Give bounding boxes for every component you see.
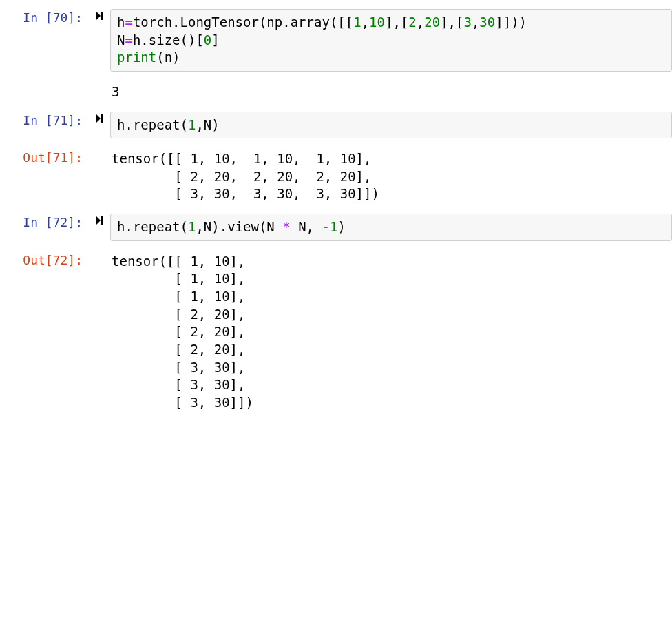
code-token: torch.LongTensor(np.array([[: [133, 14, 353, 30]
code-token: ,: [417, 14, 424, 30]
code-token: h.repeat(: [117, 117, 188, 132]
svg-rect-1: [101, 114, 103, 123]
code-input[interactable]: h=torch.LongTensor(np.array([[1,10],[2,2…: [110, 9, 672, 72]
notebook-cell: 3: [0, 79, 672, 101]
run-column: [90, 6, 110, 21]
code-token: ,N).view(N: [196, 219, 282, 234]
code-token: ],[: [385, 14, 408, 30]
code-token: ,: [361, 14, 369, 30]
code-token: h.size()[: [133, 32, 204, 48]
cell-content: tensor([[ 1, 10], [ 1, 10], [ 1, 10], [ …: [110, 248, 672, 412]
run-column: [90, 79, 110, 83]
code-token: 2: [408, 14, 416, 30]
code-input[interactable]: h.repeat(1,N): [110, 112, 672, 139]
notebook-cells: In [70]:h=torch.LongTensor(np.array([[1,…: [0, 6, 672, 412]
execute-result: tensor([[ 1, 10, 1, 10, 1, 10], [ 2, 20,…: [110, 149, 672, 203]
notebook-cell: In [71]:h.repeat(1,N): [0, 108, 672, 139]
code-token: 3: [463, 14, 471, 30]
code-token: N,: [291, 219, 322, 234]
code-token: =: [125, 14, 132, 30]
code-token: ): [337, 219, 345, 234]
cell-content: h.repeat(1,N): [110, 108, 672, 139]
blank-prompt: [0, 79, 90, 83]
code-token: 1: [330, 219, 337, 234]
code-token: 20: [424, 14, 440, 30]
notebook-cell: In [70]:h=torch.LongTensor(np.array([[1,…: [0, 6, 672, 72]
cell-content: h=torch.LongTensor(np.array([[1,10],[2,2…: [110, 6, 672, 72]
code-token: ]: [211, 32, 219, 48]
code-input[interactable]: h.repeat(1,N).view(N * N, -1): [110, 214, 672, 241]
code-token: ],[: [440, 14, 463, 30]
svg-rect-0: [101, 12, 103, 20]
code-token: h: [117, 14, 125, 30]
code-token: 30: [479, 14, 495, 30]
code-token: 0: [204, 32, 211, 48]
code-token: 1: [188, 219, 196, 234]
notebook-cell: Out[71]:tensor([[ 1, 10, 1, 10, 1, 10], …: [0, 145, 672, 203]
run-column: [90, 248, 110, 253]
run-cell-icon[interactable]: [94, 10, 105, 21]
execute-result: tensor([[ 1, 10], [ 1, 10], [ 1, 10], [ …: [110, 251, 672, 412]
cell-content: tensor([[ 1, 10, 1, 10, 1, 10], [ 2, 20,…: [110, 145, 672, 203]
svg-rect-2: [101, 216, 103, 225]
run-column: [90, 145, 110, 150]
input-prompt: In [72]:: [0, 210, 90, 229]
code-token: 1: [353, 14, 361, 30]
run-column: [90, 108, 110, 124]
code-token: print: [117, 50, 156, 65]
code-token: 1: [188, 117, 196, 132]
run-column: [90, 210, 110, 226]
code-token: -: [322, 219, 329, 234]
stdout-output: 3: [110, 82, 672, 101]
notebook-cell: In [72]:h.repeat(1,N).view(N * N, -1): [0, 210, 672, 241]
notebook-cell: Out[72]:tensor([[ 1, 10], [ 1, 10], [ 1,…: [0, 248, 672, 412]
input-prompt: In [71]:: [0, 108, 90, 127]
code-token: *: [282, 219, 290, 234]
cell-content: h.repeat(1,N).view(N * N, -1): [110, 210, 672, 241]
cell-content: 3: [110, 79, 672, 101]
run-cell-icon[interactable]: [94, 215, 105, 226]
output-prompt: Out[72]:: [0, 248, 90, 267]
code-token: =: [125, 32, 132, 48]
code-token: ,N): [196, 117, 219, 132]
input-prompt: In [70]:: [0, 6, 90, 25]
output-prompt: Out[71]:: [0, 145, 90, 165]
code-token: 10: [369, 14, 385, 30]
code-token: ,: [472, 14, 479, 30]
code-token: ]])): [495, 14, 527, 30]
code-token: N: [117, 32, 125, 48]
run-cell-icon[interactable]: [94, 113, 105, 124]
code-token: h.repeat(: [117, 219, 188, 234]
code-token: (n): [156, 50, 180, 65]
